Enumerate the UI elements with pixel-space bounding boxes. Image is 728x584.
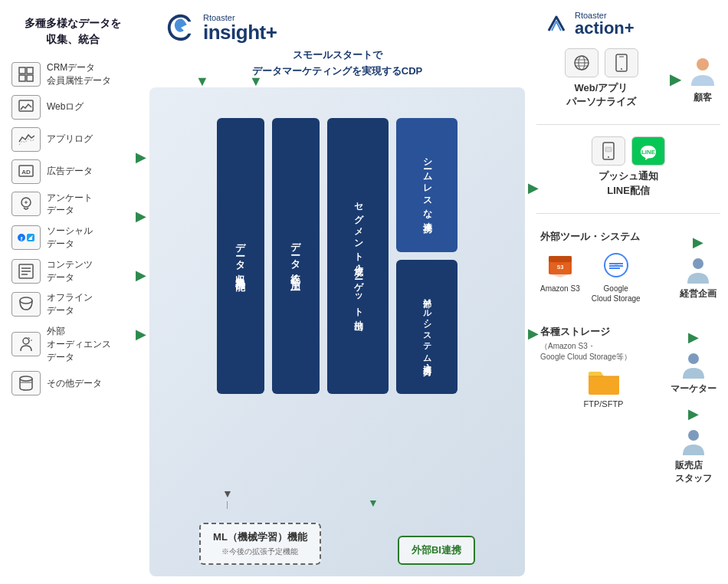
globe-icon xyxy=(572,53,592,73)
svg-point-49 xyxy=(688,353,699,364)
data-item-ad: AD 広告データ xyxy=(11,159,93,184)
arrow-to-staff: ▶ xyxy=(688,405,699,422)
svg-rect-45 xyxy=(609,265,623,267)
column-segment: セグメント作成・ターゲット抽出 xyxy=(327,118,389,394)
line-icon-box: LINE xyxy=(631,136,665,166)
arrow-to-customer: ▶ xyxy=(670,70,681,88)
svg-point-50 xyxy=(688,430,699,441)
web-section: Web/アプリパーソナライズ xyxy=(536,48,666,109)
other-icon xyxy=(11,371,41,395)
divider1 xyxy=(536,124,720,125)
column-seamless: シームレスな連携 xyxy=(396,118,457,252)
survey-icon xyxy=(11,192,41,216)
data-item-offline: オフラインデータ xyxy=(11,291,93,317)
staff-label: 販売店スタッフ xyxy=(675,459,712,485)
crm-icon xyxy=(11,62,41,87)
crm-label: CRMデータ会員属性データ xyxy=(47,61,111,87)
data-item-audience: 外部オーディエンスデータ xyxy=(11,325,111,363)
offline-icon xyxy=(11,292,41,317)
insight-logo: Rtoaster insight+ xyxy=(165,11,277,44)
marketer-icon xyxy=(678,349,709,380)
staff-icon xyxy=(678,426,709,457)
svg-rect-39 xyxy=(549,256,572,262)
push-section: LINE プッシュ通知LINE配信 xyxy=(536,136,720,197)
left-title: 多種多様なデータを 収集、統合 xyxy=(11,15,134,48)
line-icon: LINE xyxy=(638,140,659,162)
push-label: プッシュ通知LINE配信 xyxy=(598,169,658,197)
gcs-item: ≡ GoogleCloud Storage xyxy=(592,250,641,303)
main-container: 多種多様なデータを 収集、統合 CRMデータ会員属性データ Webログ アプリロ… xyxy=(0,0,728,584)
web-icons xyxy=(565,48,638,77)
ml-box: ML（機械学習）機能 ※今後の拡張予定機能 xyxy=(199,523,321,565)
ml-note: ※今後の拡張予定機能 xyxy=(213,546,307,557)
svg-point-22 xyxy=(20,376,32,381)
weblog-label: Webログ xyxy=(47,100,84,113)
arrow-to-marketer: ▶ xyxy=(688,329,699,346)
svg-rect-2 xyxy=(19,75,25,81)
content-icon xyxy=(11,259,41,284)
svg-point-47 xyxy=(693,258,703,269)
action-logo-icon xyxy=(544,12,569,37)
push-section-row: LINE プッシュ通知LINE配信 xyxy=(536,136,720,197)
social-label: ソーシャルデータ xyxy=(47,225,93,251)
bi-title: 外部BI連携 xyxy=(412,543,461,557)
svg-text:AD: AD xyxy=(21,169,31,176)
insight-header: Rtoaster insight+ xyxy=(149,11,525,44)
web-label: Web/アプリパーソナライズ xyxy=(566,81,636,109)
phone-icon xyxy=(615,53,628,73)
svg-point-18 xyxy=(20,297,32,303)
bottom-boxes: ML（機械学習）機能 ※今後の拡張予定機能 外部BI連携 xyxy=(149,523,525,565)
audience-label: 外部オーディエンスデータ xyxy=(47,325,111,363)
svg-rect-35 xyxy=(605,147,612,152)
globe-icon-box xyxy=(565,48,598,77)
svg-rect-46 xyxy=(609,267,620,269)
push-icons: LINE xyxy=(592,136,665,166)
column-external-output: 外部ソル・システム連携・出力 xyxy=(396,260,457,394)
column-data-integration: データ統合・加工 xyxy=(272,118,320,394)
manager-avatar: 経営企画 xyxy=(680,254,717,300)
web-section-row: Web/アプリパーソナライズ ▶ 顧客 xyxy=(536,48,720,109)
ftp-folder-icon xyxy=(587,369,621,396)
survey-label: アンケートデータ xyxy=(47,192,93,218)
action-product: action+ xyxy=(575,20,635,37)
external-tools-section: 外部ツール・システム S3 Amazon S3 xyxy=(536,224,720,317)
column-data-collection: データ収集機能 xyxy=(217,118,264,394)
insight-product: insight+ xyxy=(203,22,277,42)
ftp-label: FTP/SFTP xyxy=(584,399,624,408)
manager-label: 経営企画 xyxy=(680,287,717,300)
customer-person-icon xyxy=(685,54,720,89)
storage-subtitle: （Amazon S3・ Google Cloud Storage等） xyxy=(540,341,667,363)
svg-point-30 xyxy=(621,68,622,70)
right-panel: Rtoaster action+ xyxy=(533,0,728,584)
data-item-survey: アンケートデータ xyxy=(11,192,93,218)
storage-section: 各種ストレージ （Amazon S3・ Google Cloud Storage… xyxy=(536,321,720,489)
left-panel: 多種多様なデータを 収集、統合 CRMデータ会員属性データ Webログ アプリロ… xyxy=(0,0,142,584)
ext-tools-title: 外部ツール・システム xyxy=(540,230,676,244)
svg-rect-3 xyxy=(27,75,33,81)
svg-text:LINE: LINE xyxy=(641,149,656,156)
data-item-crm: CRMデータ会員属性データ xyxy=(11,61,111,87)
storage-title: 各種ストレージ xyxy=(540,325,667,339)
customer-label: 顧客 xyxy=(694,91,712,104)
col4-wrapper: シームレスな連携 外部ソル・システム連携・出力 xyxy=(396,118,457,394)
push-phone-icon-box xyxy=(592,136,625,166)
marketer-avatar: マーケター xyxy=(671,349,717,395)
offline-label: オフラインデータ xyxy=(47,291,93,317)
svg-rect-0 xyxy=(19,67,25,74)
data-item-content: コンテンツデータ xyxy=(11,258,93,284)
ad-icon: AD xyxy=(11,159,41,184)
svg-text:S3: S3 xyxy=(557,264,564,270)
amazon-s3-item: S3 Amazon S3 xyxy=(540,250,580,294)
data-item-applog: アプリログ xyxy=(11,127,93,152)
columns-area: ▶ ▶ ▶ ▶ ▼ ▼ データ収集機能 データ統合・加工 セグメント作成・ターゲ… xyxy=(149,87,525,576)
center-panel: Rtoaster insight+ スモールスタートで データマーケティングを実… xyxy=(142,0,533,584)
divider2 xyxy=(536,213,720,214)
manager-icon xyxy=(683,254,713,285)
svg-text:f: f xyxy=(21,235,23,242)
social-icon: f t xyxy=(11,225,41,250)
applog-icon xyxy=(11,127,41,152)
s3-label: Amazon S3 xyxy=(540,284,580,294)
other-label: その他データ xyxy=(47,377,102,390)
content-label: コンテンツデータ xyxy=(47,258,93,284)
staff-avatar: 販売店スタッフ xyxy=(675,426,712,485)
